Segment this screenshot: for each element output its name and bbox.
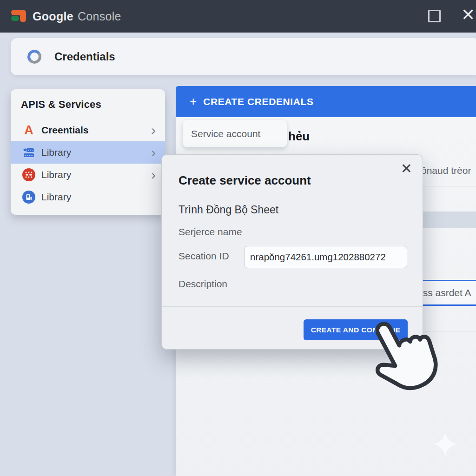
sidebar-item-library-active[interactable]: Library › [11, 141, 165, 164]
book-circle-icon [22, 191, 35, 204]
sidebar-item-label: Creentials [41, 125, 89, 136]
chevron-right-icon: › [151, 170, 156, 179]
google-console-logo-icon [11, 9, 26, 24]
sidebar-title: APIS & Services [11, 89, 165, 111]
library-books-icon [21, 146, 37, 159]
right-text-field[interactable]: iss asrdet A [421, 280, 476, 306]
menu-item-service-account[interactable]: Service account [183, 120, 287, 147]
app-window: Google Console ✕ Credentials ônaud trèor… [0, 0, 476, 476]
dialog-subtitle: Trình Đồng Bộ Sheet [178, 204, 278, 216]
create-credentials-label: CREATE CREDENIALS [203, 96, 313, 107]
sidebar-item-library-2[interactable]: Library › [11, 164, 165, 186]
close-icon[interactable]: ✕ [461, 5, 475, 25]
create-and-continue-button[interactable]: CREATE AND CONTINUE [304, 319, 408, 340]
app-title: Google Console [33, 0, 121, 33]
description-label: Description [178, 278, 227, 290]
maximize-icon[interactable] [428, 10, 441, 22]
chevron-right-icon: › [151, 126, 156, 135]
highlight-band [421, 212, 476, 228]
dialog-title: Create service account [178, 173, 311, 188]
sparkle-icon: ✦ [430, 427, 460, 463]
sidebar-item-library-3[interactable]: Library [11, 186, 165, 208]
service-id-input[interactable] [244, 246, 407, 268]
service-id-label: Secation ID [178, 251, 229, 262]
sidebar-item-label: Library [41, 169, 71, 180]
a-letter-icon: A [24, 123, 33, 138]
chevron-right-icon: › [151, 148, 156, 157]
create-credentials-button[interactable]: + CREATE CREDENIALS [176, 86, 476, 117]
app-title-secondary: Console [78, 10, 121, 23]
service-name-label: Serjerce name [178, 226, 242, 238]
loader-circle-icon [26, 49, 42, 65]
dots-grid-icon [22, 168, 35, 181]
sidebar-item-label: Library [41, 192, 71, 203]
sidebar-item-credentials[interactable]: A Creentials › [11, 119, 165, 141]
page-title: Credentials [54, 50, 115, 63]
plus-icon: + [190, 94, 197, 109]
divider [421, 331, 476, 331]
partial-heading: hẻu [288, 129, 310, 144]
sidebar-item-label: Library [41, 147, 71, 158]
dialog-close-icon[interactable]: ✕ [401, 160, 412, 177]
divider [421, 186, 476, 186]
service-account-label: Service account [191, 128, 260, 139]
create-service-account-dialog: ✕ Create service account Trình Đồng Bộ S… [161, 154, 423, 350]
app-title-primary: Google [33, 10, 73, 23]
dialog-footer-divider [162, 306, 423, 307]
right-text-field-value: iss asrdet A [421, 287, 471, 298]
partial-text-right: ônaud trèor [421, 165, 476, 176]
page-header: Credentials [11, 38, 476, 75]
sidebar: APIS & Services A Creentials › Library › [11, 89, 165, 215]
title-bar: Google Console ✕ [0, 0, 476, 33]
